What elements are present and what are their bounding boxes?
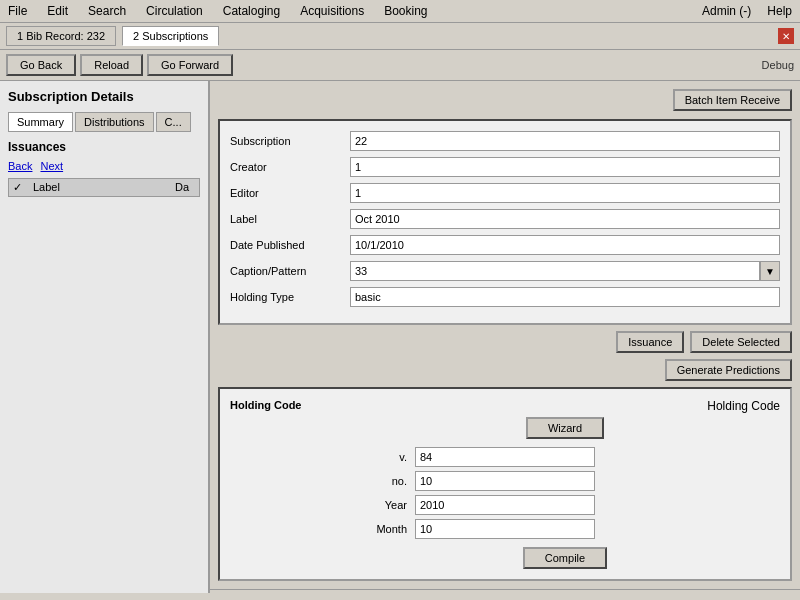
wizard-button[interactable]: Wizard [526,417,604,439]
holding-code-label: Holding Code [230,399,350,411]
left-tabs: Summary Distributions C... [8,112,200,132]
menu-booking[interactable]: Booking [380,2,431,20]
tab-subscriptions[interactable]: 2 Subscriptions [122,26,219,46]
top-right-buttons: Batch Item Receive [218,89,792,111]
v-row: v. [360,447,780,467]
caption-pattern-select-wrap: ▼ [350,261,780,281]
go-forward-button[interactable]: Go Forward [147,54,233,76]
nav-next-link[interactable]: Next [40,160,63,172]
creator-input[interactable] [350,157,780,177]
month-input[interactable] [415,519,595,539]
tab-distributions[interactable]: Distributions [75,112,154,132]
generate-predictions-button[interactable]: Generate Predictions [665,359,792,381]
tab-summary[interactable]: Summary [8,112,73,132]
editor-input[interactable] [350,183,780,203]
editor-label: Editor [230,187,350,199]
menu-file[interactable]: File [4,2,31,20]
gen-predictions-row: Generate Predictions [218,359,792,381]
menu-cataloging[interactable]: Cataloging [219,2,284,20]
delete-selected-button[interactable]: Delete Selected [690,331,792,353]
date-published-input[interactable] [350,235,780,255]
date-published-label: Date Published [230,239,350,251]
holding-fields: v. no. Year [350,447,780,539]
menu-circulation[interactable]: Circulation [142,2,207,20]
subscription-row: Subscription [230,131,780,151]
year-row: Year [360,495,780,515]
subscription-input[interactable] [350,131,780,151]
form-panel: Subscription Creator Editor Label Date P… [218,119,792,325]
go-back-button[interactable]: Go Back [6,54,76,76]
tab-bib-record[interactable]: 1 Bib Record: 232 [6,26,116,46]
label-field-label: Label [230,213,350,225]
menu-acquisitions[interactable]: Acquisitions [296,2,368,20]
toolbar: Go Back Reload Go Forward Debug [0,50,800,81]
holding-code-content: Holding Code Wizard v. no. [350,399,780,569]
holding-code-panel: Holding Code Holding Code Wizard v. [218,387,792,581]
right-panel: Batch Item Receive Subscription Creator … [210,81,800,593]
titlebar: 1 Bib Record: 232 2 Subscriptions ✕ [0,23,800,50]
menubar: File Edit Search Circulation Cataloging … [0,0,800,23]
label-col-header: Label [33,181,171,194]
issuance-button[interactable]: Issuance [616,331,684,353]
v-label: v. [360,451,415,463]
holding-code-row: Holding Code Holding Code Wizard v. [230,399,780,569]
holding-type-input[interactable] [350,287,780,307]
nav-links: Back Next [8,160,200,172]
debug-label: Debug [762,59,794,71]
data-col-header: Da [175,181,195,194]
subscription-label: Subscription [230,135,350,147]
caption-pattern-input[interactable] [350,261,760,281]
caption-pattern-row: Caption/Pattern ▼ [230,261,780,281]
wizard-row: Wizard [350,417,780,439]
caption-pattern-dropdown[interactable]: ▼ [760,261,780,281]
check-col-header: ✓ [13,181,29,194]
close-button[interactable]: ✕ [778,28,794,44]
left-panel: Subscription Details Summary Distributio… [0,81,210,593]
label-input[interactable] [350,209,780,229]
creator-row: Creator [230,157,780,177]
bottom-scrollbar[interactable] [210,589,800,593]
issuances-title: Issuances [8,140,200,154]
month-row: Month [360,519,780,539]
subscription-details-title: Subscription Details [8,89,200,104]
no-input[interactable] [415,471,595,491]
menu-search[interactable]: Search [84,2,130,20]
date-published-row: Date Published [230,235,780,255]
help-menu[interactable]: Help [763,2,796,20]
compile-button[interactable]: Compile [523,547,607,569]
list-header: ✓ Label Da [8,178,200,197]
holding-type-row: Holding Type [230,287,780,307]
caption-pattern-label: Caption/Pattern [230,265,350,277]
no-row: no. [360,471,780,491]
no-label: no. [360,475,415,487]
holding-type-label: Holding Type [230,291,350,303]
right-content: Batch Item Receive Subscription Creator … [210,81,800,589]
month-label: Month [360,523,415,535]
admin-menu[interactable]: Admin (-) [698,2,755,20]
compile-row: Compile [350,547,780,569]
year-input[interactable] [415,495,595,515]
editor-row: Editor [230,183,780,203]
nav-back-link[interactable]: Back [8,160,32,172]
batch-item-receive-button[interactable]: Batch Item Receive [673,89,792,111]
tab-other[interactable]: C... [156,112,191,132]
holding-code-right-label: Holding Code [707,399,780,413]
year-label: Year [360,499,415,511]
v-input[interactable] [415,447,595,467]
main-layout: Subscription Details Summary Distributio… [0,81,800,593]
reload-button[interactable]: Reload [80,54,143,76]
middle-buttons: Issuance Delete Selected [218,331,792,353]
creator-label: Creator [230,161,350,173]
menubar-right: Admin (-) Help [698,2,796,20]
label-row: Label [230,209,780,229]
menu-edit[interactable]: Edit [43,2,72,20]
